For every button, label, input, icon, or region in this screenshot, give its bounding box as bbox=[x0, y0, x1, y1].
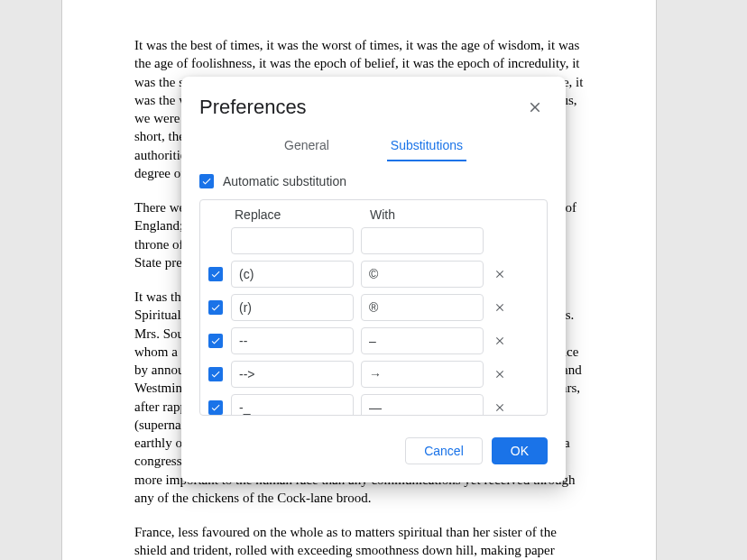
close-icon bbox=[527, 99, 543, 115]
column-headers: Replace With bbox=[208, 207, 540, 227]
replace-input[interactable] bbox=[231, 361, 354, 388]
substitutions-scroll[interactable]: Replace With bbox=[200, 200, 547, 415]
checkmark-icon bbox=[210, 269, 221, 280]
header-replace: Replace bbox=[235, 207, 357, 222]
close-icon bbox=[493, 401, 506, 414]
close-button[interactable] bbox=[522, 95, 548, 120]
with-input[interactable] bbox=[361, 227, 484, 254]
checkmark-icon bbox=[210, 335, 221, 346]
dialog-body: Automatic substitution Replace With bbox=[181, 161, 566, 423]
tab-bar: General Substitutions bbox=[181, 133, 566, 161]
row-delete-button[interactable] bbox=[491, 399, 509, 415]
with-input[interactable] bbox=[361, 294, 484, 321]
substitution-row bbox=[208, 261, 540, 288]
row-delete-button[interactable] bbox=[491, 365, 509, 383]
automatic-substitution-row: Automatic substitution bbox=[199, 174, 548, 188]
row-enable-checkbox[interactable] bbox=[208, 267, 223, 281]
tab-substitutions[interactable]: Substitutions bbox=[387, 133, 466, 161]
modal-overlay: Preferences General Substitutions Automa… bbox=[0, 0, 747, 560]
ok-button[interactable]: OK bbox=[492, 437, 548, 464]
tab-general[interactable]: General bbox=[281, 133, 333, 161]
substitution-row bbox=[208, 361, 540, 388]
row-delete-button[interactable] bbox=[491, 265, 509, 283]
replace-input[interactable] bbox=[231, 327, 354, 354]
dialog-header: Preferences bbox=[181, 77, 566, 133]
substitution-row bbox=[208, 294, 540, 321]
with-input[interactable] bbox=[361, 327, 484, 354]
row-enable-checkbox[interactable] bbox=[208, 367, 223, 381]
with-input[interactable] bbox=[361, 261, 484, 288]
substitution-row bbox=[208, 327, 540, 354]
dialog-footer: Cancel OK bbox=[181, 423, 566, 482]
row-enable-checkbox[interactable] bbox=[208, 400, 223, 415]
checkmark-icon bbox=[210, 402, 221, 413]
close-icon bbox=[493, 301, 506, 314]
checkmark-icon bbox=[201, 176, 212, 187]
row-delete-button[interactable] bbox=[491, 332, 509, 350]
close-icon bbox=[493, 368, 506, 381]
row-enable-checkbox[interactable] bbox=[208, 334, 223, 348]
with-input[interactable] bbox=[361, 394, 484, 415]
substitution-row-new bbox=[208, 227, 540, 254]
close-icon bbox=[493, 268, 506, 280]
replace-input[interactable] bbox=[231, 294, 354, 321]
header-with: With bbox=[370, 207, 493, 222]
replace-input[interactable] bbox=[231, 261, 354, 288]
replace-input[interactable] bbox=[231, 227, 354, 254]
checkmark-icon bbox=[210, 302, 221, 313]
substitutions-list: Replace With bbox=[199, 199, 548, 416]
row-enable-checkbox[interactable] bbox=[208, 300, 223, 315]
checkmark-icon bbox=[210, 369, 221, 380]
preferences-dialog: Preferences General Substitutions Automa… bbox=[181, 77, 566, 482]
automatic-substitution-label: Automatic substitution bbox=[223, 174, 346, 188]
cancel-button[interactable]: Cancel bbox=[405, 437, 483, 464]
replace-input[interactable] bbox=[231, 394, 354, 415]
substitution-row bbox=[208, 394, 540, 415]
close-icon bbox=[493, 335, 506, 347]
with-input[interactable] bbox=[361, 361, 484, 388]
row-delete-button[interactable] bbox=[491, 298, 509, 317]
dialog-title: Preferences bbox=[199, 96, 307, 119]
automatic-substitution-checkbox[interactable] bbox=[199, 174, 214, 188]
